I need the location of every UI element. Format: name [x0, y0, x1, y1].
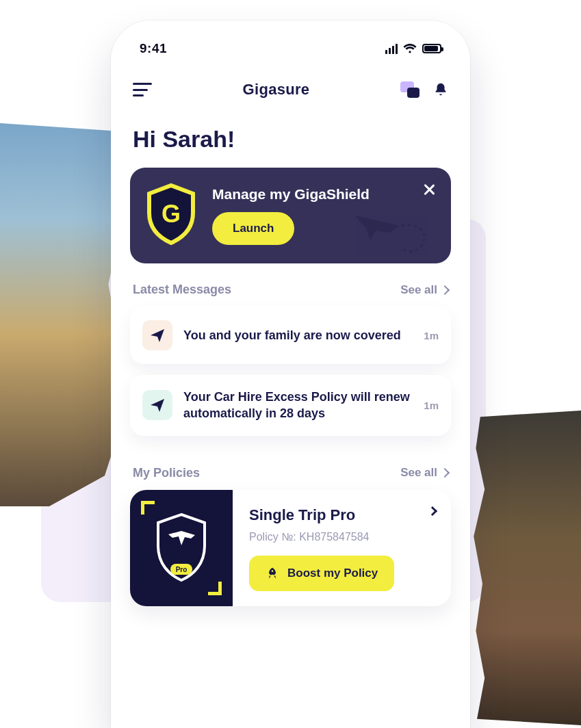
policy-shield-icon: Pro [151, 510, 211, 586]
notifications-icon[interactable] [433, 81, 448, 98]
gigashield-banner: G Manage my GigaShield Launch [130, 168, 451, 263]
decorative-photo-left [0, 123, 123, 506]
chevron-right-icon [440, 468, 450, 478]
message-text: Your Car Hire Excess Policy will renew a… [183, 389, 413, 422]
message-time: 1m [424, 400, 439, 411]
wifi-icon [403, 44, 417, 54]
rocket-icon [266, 567, 279, 580]
messages-section-header: Latest Messages See all [130, 263, 451, 307]
battery-icon [422, 44, 441, 53]
policies-section-header: My Policies See all [130, 447, 451, 490]
close-icon[interactable] [421, 181, 437, 198]
policies-see-all-link[interactable]: See all [400, 466, 448, 480]
message-item[interactable]: Your Car Hire Excess Policy will renew a… [130, 375, 451, 436]
policy-card[interactable]: Pro Single Trip Pro Policy №: KH87584758… [130, 490, 451, 606]
banner-title: Manage my GigaShield [212, 186, 436, 203]
see-all-label: See all [400, 466, 437, 480]
status-bar: 9:41 [130, 21, 451, 63]
launch-button[interactable]: Launch [212, 212, 294, 245]
policy-number: Policy №: KH875847584 [249, 531, 436, 543]
paper-plane-icon [142, 390, 172, 420]
signal-icon [385, 44, 398, 54]
boost-button-label: Boost my Policy [287, 567, 378, 580]
messages-heading: Latest Messages [133, 283, 231, 297]
brand-logo: Gigasure [243, 81, 310, 99]
chevron-right-icon [440, 285, 450, 294]
policy-thumbnail: Pro [130, 490, 233, 606]
shield-logo-icon: G [144, 183, 198, 248]
phone-frame: 9:41 Gigasure Hi Sarah! [111, 21, 470, 728]
paper-plane-icon [142, 320, 172, 350]
status-time: 9:41 [140, 41, 167, 56]
policy-name: Single Trip Pro [249, 506, 436, 524]
app-header: Gigasure [130, 63, 451, 105]
svg-text:G: G [162, 200, 181, 228]
message-text: You and your family are now covered [183, 327, 413, 343]
see-all-label: See all [400, 283, 437, 297]
svg-point-3 [272, 570, 274, 572]
messages-icon[interactable] [400, 81, 419, 98]
status-icons [385, 44, 441, 54]
messages-see-all-link[interactable]: See all [400, 283, 448, 297]
message-item[interactable]: You and your family are now covered 1m [130, 307, 451, 364]
decorative-photo-right [472, 411, 581, 725]
svg-text:Pro: Pro [176, 566, 188, 573]
greeting-text: Hi Sarah! [130, 105, 451, 168]
boost-policy-button[interactable]: Boost my Policy [249, 556, 394, 591]
message-time: 1m [424, 330, 439, 341]
policies-heading: My Policies [133, 466, 200, 480]
menu-button[interactable] [133, 83, 152, 96]
